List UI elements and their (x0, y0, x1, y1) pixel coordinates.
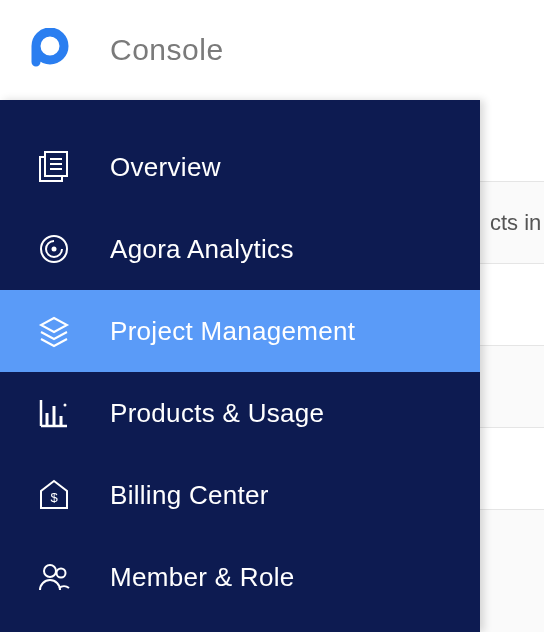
svg-marker-7 (41, 318, 67, 332)
sidebar-item-label: Agora Analytics (110, 234, 294, 265)
content-row (480, 100, 544, 182)
logo (28, 28, 72, 72)
sidebar: Overview Agora Analytics Project Managem… (0, 100, 480, 632)
content-peek: cts in (480, 100, 544, 632)
content-row (480, 428, 544, 510)
svg-point-18 (57, 569, 66, 578)
sidebar-item-label: Products & Usage (110, 398, 324, 429)
content-row (480, 346, 544, 428)
content-row (480, 264, 544, 346)
billing-icon: $ (36, 477, 72, 513)
agora-logo-icon (28, 28, 72, 72)
svg-point-17 (44, 565, 56, 577)
header: Console (0, 0, 544, 100)
content-row: cts in (480, 182, 544, 264)
sidebar-item-label: Project Management (110, 316, 355, 347)
chart-icon (36, 395, 72, 431)
sidebar-item-products[interactable]: Products & Usage (0, 372, 480, 454)
sidebar-item-label: Member & Role (110, 562, 295, 593)
sidebar-item-overview[interactable]: Overview (0, 126, 480, 208)
overview-icon (36, 149, 72, 185)
svg-point-13 (64, 404, 67, 407)
layers-icon (36, 313, 72, 349)
sidebar-item-label: Overview (110, 152, 221, 183)
sidebar-item-project[interactable]: Project Management (0, 290, 480, 372)
analytics-icon (36, 231, 72, 267)
sidebar-item-analytics[interactable]: Agora Analytics (0, 208, 480, 290)
sidebar-item-billing[interactable]: $ Billing Center (0, 454, 480, 536)
svg-point-6 (52, 247, 57, 252)
users-icon (36, 559, 72, 595)
sidebar-item-member[interactable]: Member & Role (0, 536, 480, 618)
header-title: Console (110, 33, 224, 67)
svg-text:$: $ (50, 490, 58, 505)
sidebar-item-label: Billing Center (110, 480, 269, 511)
